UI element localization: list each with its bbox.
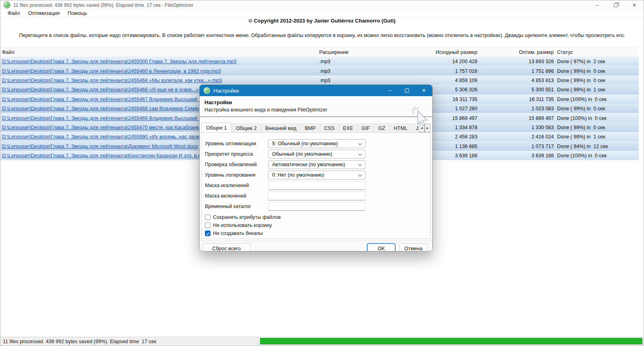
original-size: 1 027 260 (435, 106, 477, 111)
optimized-size: 1 751 896 (477, 68, 554, 74)
original-size: 4 859 109 (435, 78, 477, 83)
optimized-size: 13 893 326 (477, 59, 554, 64)
table-row[interactable]: D:\Lenouser\Desktop\Глава 7. Звезды для … (0, 76, 639, 85)
tab-bar: Общее 1Общее 2Внешний видBMPCSSEXEGIFGZH… (200, 117, 432, 132)
dialog-maximize-button[interactable] (398, 85, 415, 96)
menu-item-2[interactable]: Оптимизация (24, 10, 64, 16)
field-row: Уровень логирования0: Нет (по умолчанию) (205, 171, 430, 179)
dialog-header-title: Настройки (204, 99, 427, 105)
tab-jpeg[interactable]: JPEG (412, 124, 419, 132)
header-file[interactable]: Файл (0, 49, 316, 55)
checkbox-row[interactable]: Сохранять атрибуты файлов (205, 214, 430, 220)
original-size: 1 334 878 (435, 125, 477, 130)
field-label: Проверка обновлений (205, 162, 268, 167)
optimized-size: 4 853 813 (477, 78, 554, 83)
dialog-close-button[interactable]: ✕ (415, 85, 432, 96)
tab-scroll-left-icon[interactable]: ◄ (419, 124, 425, 132)
table-header: Файл Расширение Исходный размер Оптим. р… (0, 47, 639, 57)
field-row: Маска включений (205, 192, 430, 200)
optimized-size: 1 073 717 (477, 144, 554, 149)
settings-checkboxes: Сохранять атрибуты файловНе использовать… (205, 214, 430, 236)
dialog-minimize-button[interactable]: ─ (382, 85, 398, 96)
chevron-down-icon (358, 141, 362, 145)
dialog-header: Настройки Настройка внешнего вида и пове… (200, 96, 432, 117)
tab-bmp[interactable]: BMP (301, 124, 320, 132)
select-value: 0: Нет (по умолчанию) (272, 172, 324, 178)
chevron-down-icon (358, 173, 362, 177)
menu-item-3[interactable]: Помощь (64, 10, 91, 16)
dialog-title: Настройки (213, 88, 239, 94)
status-cell: Done ( 98%) in 1 сек (554, 134, 639, 140)
tab-html[interactable]: HTML (390, 124, 411, 132)
header-ext[interactable]: Расширение (316, 49, 435, 55)
checkbox-checked[interactable] (205, 231, 211, 236)
restore-button[interactable] (607, 0, 625, 10)
file-extension: .mp3 (316, 68, 435, 74)
status-cell: Done (100%) in 0 сек (554, 115, 639, 121)
field-row: Уровень оптимизации5: Обычный (по умолча… (205, 139, 430, 148)
field-row: Временный каталог (205, 202, 430, 211)
ok-button[interactable]: OK (367, 243, 395, 251)
status-cell: Done ( 99%) in 0 сек (554, 106, 639, 111)
tab-scroll-right-icon[interactable]: ► (425, 124, 430, 132)
status-cell: Done ( 99%) in 1 сек (554, 87, 639, 93)
select-dropdown[interactable]: Автоматически (по умолчанию) (268, 160, 365, 169)
checkbox-unchecked[interactable] (205, 222, 211, 228)
tab-общее-1[interactable]: Общее 1 (201, 123, 231, 132)
field-label: Приоритет процесса (205, 151, 268, 157)
tab-gif[interactable]: GIF (357, 124, 374, 132)
select-dropdown[interactable]: Обычный (по умолчанию) (268, 150, 365, 159)
field-label: Маска исключений (205, 183, 268, 188)
original-size: 16 311 735 (435, 97, 477, 102)
field-label: Уровень логирования (205, 172, 268, 178)
file-link[interactable]: D:\Lenouser\Desktop\Глава 7. Звезды для … (0, 59, 316, 64)
status-bar: 11 files processed. 436 992 bytes saved … (0, 337, 644, 346)
table-row[interactable]: D:\Lenouser\Desktop\Глава 7. Звезды для … (0, 66, 639, 75)
field-label: Маска включений (205, 193, 268, 199)
fileoptimizer-window: 11 files processed. 436 992 bytes saved … (0, 0, 644, 346)
reset-all-button[interactable]: Сброс всего (202, 243, 251, 251)
tab-gz[interactable]: GZ (374, 124, 389, 132)
header-status[interactable]: Статус (554, 49, 639, 55)
app-icon (4, 2, 10, 8)
optimized-size: 3 639 188 (477, 153, 554, 159)
window-controls: ─ ✕ (588, 0, 644, 10)
progress-bar (258, 337, 644, 346)
tab-strip: Общее 1Общее 2Внешний видBMPCSSEXEGIFGZH… (201, 123, 419, 132)
select-dropdown[interactable]: 5: Обычный (по умолчанию) (268, 139, 365, 148)
optimized-size: 15 869 497 (477, 115, 554, 121)
status-text: 11 files processed. 436 992 bytes saved … (0, 337, 258, 346)
tab-exe[interactable]: EXE (339, 124, 357, 132)
original-size: 1 136 685 (435, 144, 477, 149)
dialog-titlebar[interactable]: Настройки ─ ✕ (200, 85, 432, 96)
tab-внешний-вид[interactable]: Внешний вид (261, 124, 300, 132)
window-title: 11 files processed. 436 992 bytes saved … (13, 2, 193, 8)
file-extension: .mp3 (316, 59, 435, 64)
close-button[interactable]: ✕ (625, 0, 644, 10)
checkbox-unchecked[interactable] (205, 214, 211, 220)
file-link[interactable]: D:\Lenouser\Desktop\Глава 7. Звезды для … (0, 68, 316, 74)
menu-item-1[interactable]: Файл (4, 10, 24, 16)
text-input[interactable] (268, 181, 365, 190)
header-original-size[interactable]: Исходный размер (435, 49, 477, 55)
text-input[interactable] (268, 202, 365, 211)
tab-общее-2[interactable]: Общее 2 (232, 124, 260, 132)
original-size: 1 757 016 (435, 68, 477, 74)
status-cell: Done ( 99%) in 0 сек (554, 78, 639, 83)
checkbox-row[interactable]: Не использовать корзину (205, 222, 430, 228)
checkbox-row[interactable]: Не создавать бекапы (205, 231, 430, 236)
checkbox-label: Не создавать бекапы (213, 231, 263, 236)
select-dropdown[interactable]: 0: Нет (по умолчанию) (268, 171, 365, 179)
dialog-app-icon (204, 87, 210, 94)
status-cell: Done (100%) in 0 сек (554, 153, 639, 159)
checkbox-label: Не использовать корзину (213, 222, 272, 228)
cancel-button[interactable]: Отмена (399, 243, 427, 251)
chevron-down-icon (358, 162, 362, 166)
text-input[interactable] (268, 192, 365, 200)
tab-css[interactable]: CSS (320, 124, 339, 132)
table-row[interactable]: D:\Lenouser\Desktop\Глава 7. Звезды для … (0, 57, 639, 66)
field-label: Уровень оптимизации (205, 141, 268, 146)
minimize-button[interactable]: ─ (588, 0, 607, 10)
file-link[interactable]: D:\Lenouser\Desktop\Глава 7. Звезды для … (0, 78, 316, 83)
header-optimized-size[interactable]: Оптим. размер (477, 49, 554, 55)
